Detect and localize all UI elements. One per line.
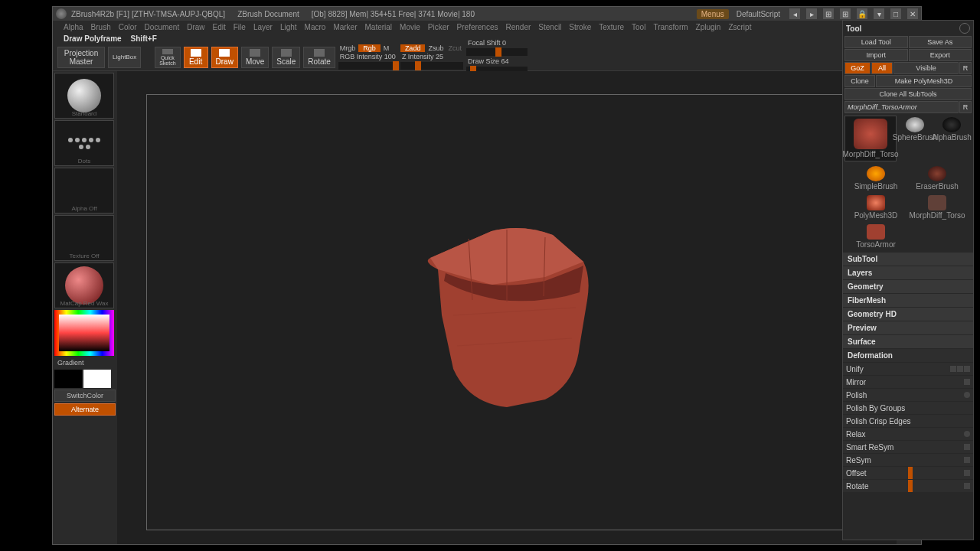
deform-polish[interactable]: Polish <box>843 389 973 401</box>
texture-thumb[interactable]: Texture Off <box>54 215 114 261</box>
menu-preferences[interactable]: Preferences <box>457 23 498 31</box>
tool-morphdiff[interactable]: MorphDiff_Torso <box>907 194 967 221</box>
tool-eraser-brush[interactable]: EraserBrush <box>907 165 967 192</box>
brush-thumb[interactable]: Standard <box>54 73 114 119</box>
mrgb-button[interactable]: Mrgb <box>338 44 358 52</box>
draw-mode-button[interactable]: Draw <box>211 47 238 68</box>
clone-all-subtools-button[interactable]: Clone All SubTools <box>844 88 972 100</box>
tool-torso-armor[interactable]: TorsoArmor <box>846 223 906 250</box>
pin-icon[interactable]: ⊞ <box>823 8 834 19</box>
nav-next[interactable]: ▸ <box>806 8 817 19</box>
menu-zplugin[interactable]: Zplugin <box>696 23 721 31</box>
zcut-button[interactable]: Zcut <box>446 44 463 52</box>
menu-edit[interactable]: Edit <box>213 23 226 31</box>
import-button[interactable]: Import <box>844 49 908 61</box>
menu-document[interactable]: Document <box>145 23 180 31</box>
goz-all-button[interactable]: All <box>871 62 893 74</box>
rgb-intensity-slider[interactable] <box>338 62 397 70</box>
make-polymesh-button[interactable]: Make PolyMesh3D <box>876 75 972 87</box>
minimize-button[interactable]: ▾ <box>874 8 884 19</box>
current-tool-name[interactable]: MorphDiff_TorsoArmor <box>844 101 959 113</box>
material-thumb[interactable]: MatCap Red Wax <box>54 262 114 308</box>
save-as-button[interactable]: Save As <box>909 36 972 48</box>
section-deformation[interactable]: Deformation <box>843 349 973 362</box>
menu-render[interactable]: Render <box>506 23 531 31</box>
menu-stencil[interactable]: Stencil <box>538 23 561 31</box>
menus-button[interactable]: Menus <box>697 9 729 19</box>
edit-mode-button[interactable]: Edit <box>184 47 208 68</box>
goz-visible-button[interactable]: Visible <box>893 62 959 74</box>
tool-sphere-brush[interactable]: SphereBrush <box>897 116 933 143</box>
export-button[interactable]: Export <box>909 49 972 61</box>
focal-shift-slider[interactable] <box>466 48 528 56</box>
tool-thumb-current[interactable]: MorphDiff_Torso <box>844 116 897 161</box>
secondary-color-swatch[interactable] <box>54 370 82 388</box>
scale-mode-button[interactable]: Scale <box>272 47 300 68</box>
pin2-icon[interactable]: ⊞ <box>840 8 851 19</box>
menu-file[interactable]: File <box>234 23 246 31</box>
section-fibermesh[interactable]: FiberMesh <box>843 294 973 307</box>
quicksketch-button[interactable]: Quick Sketch <box>155 47 180 68</box>
z-intensity-slider[interactable] <box>400 62 463 70</box>
zadd-button[interactable]: Zadd <box>400 44 426 52</box>
menu-texture[interactable]: Texture <box>599 23 624 31</box>
menu-marker[interactable]: Marker <box>333 23 357 31</box>
refresh-icon[interactable] <box>959 23 970 34</box>
section-geometry[interactable]: Geometry <box>843 280 973 293</box>
menu-layer[interactable]: Layer <box>253 23 273 31</box>
goz-button[interactable]: GoZ <box>844 62 871 74</box>
deform-resym[interactable]: ReSym <box>843 454 973 466</box>
r2-button[interactable]: R <box>959 101 972 113</box>
deform-offset-slider[interactable]: Offset <box>843 467 973 479</box>
deform-relax[interactable]: Relax <box>843 428 973 440</box>
deform-unify[interactable]: Unify <box>843 363 973 375</box>
alternate-button[interactable]: Alternate <box>54 403 116 416</box>
clone-button[interactable]: Clone <box>844 75 875 87</box>
menu-brush[interactable]: Brush <box>91 23 111 31</box>
section-subtool[interactable]: SubTool <box>843 253 973 266</box>
tool-simple-brush[interactable]: SimpleBrush <box>846 165 906 192</box>
viewport[interactable] <box>117 71 897 544</box>
rgb-button[interactable]: Rgb <box>358 44 381 52</box>
menu-alpha[interactable]: Alpha <box>64 23 83 31</box>
lock-icon[interactable]: 🔒 <box>857 8 867 19</box>
m-button[interactable]: M <box>382 44 391 52</box>
rotate-mode-button[interactable]: Rotate <box>303 47 335 68</box>
menu-macro[interactable]: Macro <box>305 23 326 31</box>
lightbox-button[interactable]: LightBox <box>108 47 141 68</box>
tool-alpha-brush[interactable]: AlphaBrush <box>933 116 970 143</box>
menu-stroke[interactable]: Stroke <box>569 23 591 31</box>
zsub-button[interactable]: Zsub <box>426 44 445 52</box>
menu-zscript[interactable]: Zscript <box>728 23 751 31</box>
r-button[interactable]: R <box>959 62 972 74</box>
menu-light[interactable]: Light <box>280 23 297 31</box>
tool-polymesh3d[interactable]: PolyMesh3D <box>846 194 906 221</box>
primary-color-swatch[interactable] <box>83 370 111 388</box>
deform-polish-groups[interactable]: Polish By Groups <box>843 402 973 414</box>
color-picker[interactable] <box>54 310 114 356</box>
load-tool-button[interactable]: Load Tool <box>844 36 908 48</box>
section-layers[interactable]: Layers <box>843 266 973 279</box>
section-surface[interactable]: Surface <box>843 335 973 348</box>
section-geometry-hd[interactable]: Geometry HD <box>843 308 973 321</box>
nav-prev[interactable]: ◂ <box>789 8 800 19</box>
move-mode-button[interactable]: Move <box>241 47 269 68</box>
script-label[interactable]: DefaultScript <box>733 10 783 18</box>
menu-transform[interactable]: Transform <box>653 23 688 31</box>
stroke-thumb[interactable]: Dots <box>54 120 114 166</box>
projection-master-button[interactable]: Projection Master <box>57 47 105 68</box>
menu-draw[interactable]: Draw <box>187 23 204 31</box>
menu-material[interactable]: Material <box>365 23 393 31</box>
deform-mirror[interactable]: Mirror <box>843 376 973 388</box>
alpha-thumb[interactable]: Alpha Off <box>54 168 114 214</box>
menu-color[interactable]: Color <box>119 23 137 31</box>
menu-movie[interactable]: Movie <box>400 23 420 31</box>
menu-tool[interactable]: Tool <box>632 23 645 31</box>
menu-picker[interactable]: Picker <box>428 23 449 31</box>
close-button[interactable]: ✕ <box>907 8 918 19</box>
section-preview[interactable]: Preview <box>843 321 973 334</box>
deform-rotate-slider[interactable]: Rotate <box>843 480 973 492</box>
switchcolor-button[interactable]: SwitchColor <box>54 390 116 402</box>
deform-smart-resym[interactable]: Smart ReSym <box>843 441 973 453</box>
deform-polish-crisp[interactable]: Polish Crisp Edges <box>843 415 973 427</box>
